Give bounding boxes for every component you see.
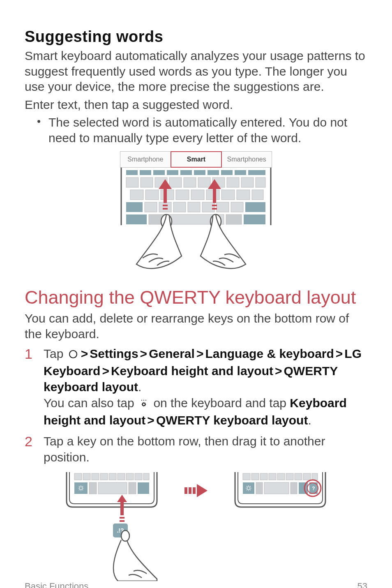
path-settings: Settings — [90, 347, 138, 360]
keyboard-illustration — [120, 168, 272, 274]
svg-rect-6 — [180, 170, 192, 175]
svg-rect-60 — [92, 473, 99, 480]
svg-rect-68 — [89, 482, 97, 494]
svg-rect-44 — [244, 214, 265, 224]
svg-rect-92 — [312, 473, 318, 480]
svg-rect-19 — [227, 178, 239, 187]
svg-rect-50 — [212, 208, 217, 210]
svg-rect-9 — [221, 170, 233, 175]
home-circle-icon — [68, 347, 78, 363]
path-height-layout: Keyboard height and layout — [111, 364, 273, 378]
path-qwerty-layout-2: QWERTY keyboard layout — [156, 413, 308, 427]
svg-rect-67 — [74, 482, 88, 494]
svg-rect-87 — [269, 473, 276, 480]
svg-rect-47 — [163, 208, 168, 210]
layout-before: .!? — [65, 470, 159, 581]
svg-rect-81 — [189, 487, 191, 494]
svg-point-53 — [69, 350, 77, 358]
svg-rect-33 — [159, 202, 171, 212]
svg-rect-37 — [217, 202, 229, 212]
svg-text:?: ? — [312, 486, 315, 491]
step1-lead: Tap — [44, 347, 67, 360]
svg-rect-49 — [212, 205, 217, 206]
figure-layout-change: .!? — [25, 470, 367, 581]
step-number-2: 2 — [25, 432, 32, 450]
svg-rect-4 — [153, 170, 165, 175]
paragraph-s1-1: Smart keyboard automatically analyzes yo… — [25, 48, 367, 95]
suggestion-center[interactable]: Smart — [171, 151, 222, 168]
svg-rect-36 — [202, 202, 214, 212]
path-lang-keyboard: Language & keyboard — [205, 347, 334, 360]
paragraph-s2-intro: You can add, delete or rearrange keys on… — [25, 311, 367, 341]
subheading-suggesting-words: Suggesting words — [25, 28, 367, 46]
hand-drag-icon — [113, 530, 157, 581]
svg-rect-16 — [184, 178, 196, 187]
step1-alt-mid: on the keyboard and tap — [150, 396, 290, 410]
svg-rect-75 — [120, 520, 125, 522]
svg-rect-15 — [169, 178, 182, 187]
drag-arrow-up-icon — [117, 495, 127, 522]
svg-rect-93 — [243, 482, 254, 494]
svg-rect-23 — [145, 190, 159, 200]
svg-rect-5 — [167, 170, 178, 175]
heading-changing-layout: Changing the QWERTY keyboard layout — [25, 287, 367, 308]
svg-rect-25 — [176, 190, 189, 200]
svg-rect-85 — [251, 473, 259, 480]
svg-point-79 — [121, 530, 129, 541]
svg-point-56 — [143, 400, 144, 401]
svg-rect-38 — [231, 202, 243, 212]
svg-rect-22 — [130, 190, 143, 200]
step-number-1: 1 — [25, 345, 32, 363]
svg-rect-11 — [248, 170, 265, 175]
svg-rect-94 — [256, 482, 263, 494]
svg-rect-62 — [109, 473, 116, 480]
svg-rect-95 — [264, 482, 289, 494]
suggestion-right[interactable]: Smartphones — [221, 152, 272, 167]
svg-rect-82 — [193, 487, 196, 494]
svg-rect-46 — [163, 205, 168, 206]
svg-rect-89 — [286, 473, 293, 480]
svg-rect-40 — [126, 214, 147, 224]
svg-rect-12 — [126, 178, 138, 187]
svg-rect-30 — [252, 190, 263, 200]
svg-rect-63 — [118, 473, 125, 480]
svg-point-57 — [145, 400, 146, 401]
svg-rect-64 — [126, 473, 134, 480]
svg-rect-20 — [241, 178, 254, 187]
svg-rect-17 — [198, 178, 210, 187]
svg-rect-26 — [191, 190, 204, 200]
svg-rect-96 — [291, 482, 297, 494]
svg-rect-70 — [129, 482, 136, 494]
svg-rect-58 — [74, 473, 82, 480]
svg-rect-29 — [237, 190, 250, 200]
svg-rect-7 — [194, 170, 205, 175]
svg-point-55 — [141, 400, 142, 401]
svg-rect-13 — [141, 178, 153, 187]
svg-rect-88 — [277, 473, 285, 480]
svg-rect-31 — [126, 202, 143, 212]
step1-alt-lead: You can also tap — [44, 396, 138, 410]
svg-rect-34 — [173, 202, 186, 212]
svg-rect-2 — [126, 170, 138, 175]
svg-rect-43 — [226, 214, 242, 224]
step-2: 2 Tap a key on the bottom row, then drag… — [25, 433, 367, 465]
bullet-s1-1: The selected word is automatically enter… — [37, 115, 367, 145]
step-1: 1 Tap >Settings>General>Language & keybo… — [25, 346, 367, 428]
footer-section: Basic Functions — [25, 581, 88, 588]
svg-rect-91 — [303, 473, 311, 480]
svg-rect-65 — [135, 473, 142, 480]
svg-rect-74 — [120, 517, 125, 519]
svg-rect-80 — [184, 487, 187, 494]
svg-rect-97 — [299, 482, 308, 494]
svg-rect-8 — [208, 170, 219, 175]
svg-rect-61 — [100, 473, 108, 480]
gear-icon — [139, 396, 149, 412]
layout-after: ? — [233, 470, 327, 511]
svg-rect-35 — [188, 202, 200, 212]
svg-rect-90 — [295, 473, 302, 480]
suggestion-left[interactable]: Smartphone — [120, 152, 171, 167]
svg-rect-86 — [260, 473, 267, 480]
paragraph-s1-2: Enter text, then tap a suggested word. — [25, 97, 367, 113]
svg-rect-39 — [245, 202, 265, 212]
svg-rect-84 — [243, 473, 250, 480]
